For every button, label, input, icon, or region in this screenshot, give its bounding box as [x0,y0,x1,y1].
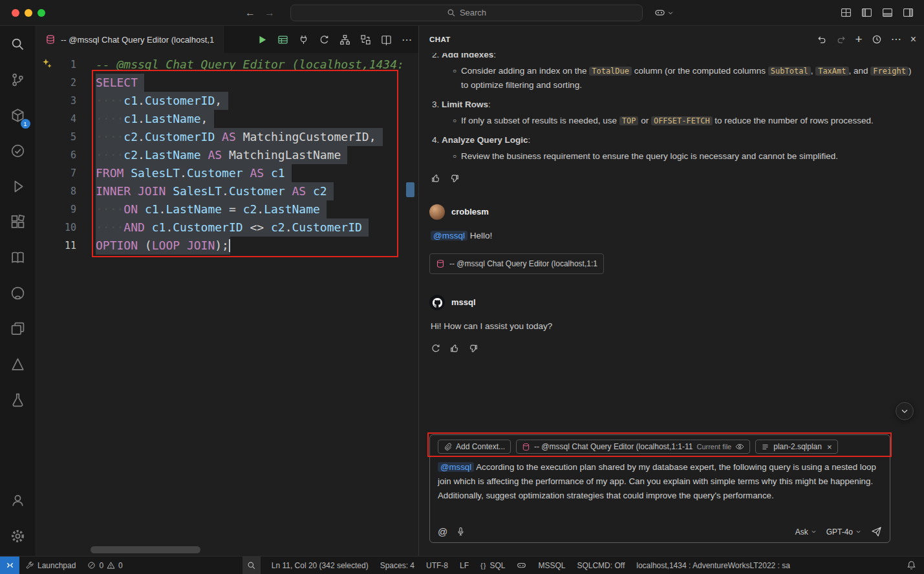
settings-button[interactable] [3,520,34,551]
editor-tab[interactable]: -- @mssql Chat Query Editor (localhost,1 [36,26,224,53]
bullet-text: Review the business requirement to ensur… [461,149,838,164]
schema-compare-icon[interactable] [360,34,371,45]
code-line[interactable]: 5····c2.CustomerID AS MatchingCustomerID… [40,128,418,146]
code-line[interactable]: 10····AND c1.CustomerID <> c2.CustomerID [40,218,418,237]
sqlcmd-button[interactable]: SQLCMD: Off [571,557,630,574]
chat-prompt-input[interactable]: @mssql According to the execution plan s… [438,460,882,503]
code-line[interactable]: 4····c1.LastName, [40,110,418,128]
sidebar-item-database-projects[interactable]: 1 [3,100,34,131]
code-line[interactable]: 7FROM SalesLT.Customer AS c1 [40,164,418,182]
copilot-sparkle-icon[interactable] [41,58,52,69]
thumbs-down-icon[interactable] [449,173,460,184]
sidebar-item-extensions[interactable] [3,206,34,237]
redo-icon[interactable] [836,34,846,45]
code-line[interactable]: 6····c2.LastName AS MatchingLastName [40,146,418,164]
line-number[interactable]: 10 [40,218,76,237]
line-number[interactable]: 6 [40,146,76,164]
close-icon[interactable]: × [910,34,916,45]
message-attachment-chip[interactable]: -- @mssql Chat Query Editor (localhost,1… [429,253,604,274]
sidebar-item-azure[interactable] [3,348,34,379]
language-mode-button[interactable]: {} SQL [475,557,511,574]
customize-layout-icon[interactable] [841,7,852,18]
chat-input-container[interactable]: Add Context... -- @mssql Chat Query Edit… [429,434,890,543]
line-number[interactable]: 4 [40,110,76,128]
toggle-secondary-sidebar-icon[interactable] [903,7,914,18]
new-chat-icon[interactable]: + [855,34,863,45]
line-number[interactable]: 9 [40,200,76,218]
split-editor-icon[interactable] [381,34,392,45]
microphone-button[interactable] [456,527,466,537]
undo-icon[interactable] [817,34,827,45]
run-query-button[interactable] [257,34,268,45]
connection-button[interactable]: localhost,1434 : AdventureWorksLT2022 : … [630,557,796,574]
mode-picker[interactable]: Ask [795,527,817,537]
line-number[interactable]: 3 [40,92,76,110]
indentation-button[interactable]: Spaces: 4 [374,557,420,574]
more-actions-icon[interactable]: ⋯ [402,34,412,46]
history-icon[interactable] [872,34,882,45]
zoom-indicator[interactable] [242,557,261,574]
thumbs-up-icon[interactable] [449,343,460,354]
sidebar-item-sql-tools[interactable] [3,384,34,415]
eol-button[interactable]: LF [454,557,475,574]
launchpad-button[interactable]: Launchpad [19,557,81,574]
minimize-window-button[interactable] [25,9,32,17]
sidebar-item-source-control[interactable] [3,64,34,95]
line-number[interactable]: 2 [40,74,76,92]
search-command-center[interactable]: Search [290,5,643,21]
code-token: FROM [96,166,124,180]
thumbs-up-icon[interactable] [431,173,441,184]
mention-button[interactable]: @ [438,526,447,537]
close-window-button[interactable] [12,9,19,17]
mssql-status-button[interactable]: MSSQL [532,557,571,574]
copilot-status-button[interactable] [511,557,532,574]
context-chip-current-file[interactable]: -- @mssql Chat Query Editor (localhost,1… [516,440,750,454]
add-context-button[interactable]: Add Context... [438,440,511,454]
cursor-position-button[interactable]: Ln 11, Col 20 (342 selected) [266,557,374,574]
code-line[interactable]: 2SELECT [40,74,418,92]
scroll-to-bottom-button[interactable] [896,402,914,420]
refresh-connection-icon[interactable] [319,34,330,45]
notifications-bell-button[interactable] [899,557,924,574]
context-chip-plan-file[interactable]: plan-2.sqlplan × [755,440,837,454]
disconnect-plug-icon[interactable] [298,34,309,45]
horizontal-scrollbar[interactable] [91,546,200,553]
sidebar-item-search[interactable] [3,28,34,59]
thumbs-down-icon[interactable] [468,343,478,354]
code-token: c2 [124,130,138,144]
code-line[interactable]: 11OPTION (LOOP JOIN); [40,237,418,255]
estimated-plan-icon[interactable] [339,34,350,45]
go-back-button[interactable]: ← [245,7,255,19]
eye-icon[interactable] [735,442,744,451]
send-button[interactable] [871,526,882,537]
line-number[interactable]: 8 [40,182,76,200]
toggle-sidebar-icon[interactable] [861,7,872,18]
remote-indicator[interactable] [0,557,19,574]
line-number[interactable]: 5 [40,128,76,146]
accounts-button[interactable] [3,485,34,516]
code-line[interactable]: 8INNER JOIN SalesLT.Customer AS c2 [40,182,418,200]
code-editor[interactable]: 1-- @mssql Chat Query Editor (localhost,… [36,53,418,556]
mention-chip[interactable]: @mssql [431,231,467,240]
more-icon[interactable]: ⋯ [891,34,901,45]
sidebar-item-github[interactable] [3,277,34,308]
code-line[interactable]: 1-- @mssql Chat Query Editor (localhost,… [40,56,418,74]
toggle-panel-icon[interactable] [882,7,893,18]
line-number[interactable]: 7 [40,164,76,182]
code-line[interactable]: 9····ON c1.LastName = c2.LastName [40,200,418,218]
go-forward-button[interactable]: → [264,7,275,19]
sidebar-item-task-history[interactable] [3,135,34,166]
retry-icon[interactable] [431,343,441,354]
sidebar-item-run-debug[interactable] [3,171,34,202]
code-line[interactable]: 3····c1.CustomerID, [40,92,418,110]
encoding-button[interactable]: UTF-8 [420,557,454,574]
model-picker[interactable]: GPT-4o [826,527,861,537]
line-number[interactable]: 11 [40,237,76,255]
sidebar-item-docs[interactable] [3,242,34,273]
copilot-menu-button[interactable] [654,7,674,18]
remove-context-icon[interactable]: × [827,442,832,452]
sidebar-item-remote-explorer[interactable] [3,313,34,344]
problems-button[interactable]: 0 0 [81,557,128,574]
maximize-window-button[interactable] [38,9,45,17]
results-grid-icon[interactable] [277,34,288,45]
